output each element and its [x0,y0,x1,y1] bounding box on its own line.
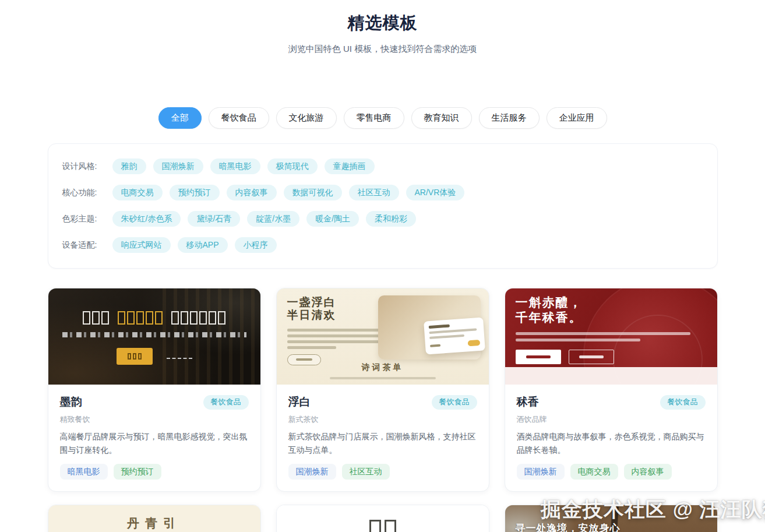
filter-row-device: 设备适配: 响应式网站 移动APP 小程序 [62,237,703,253]
preview-headline: 寻一处逸境，安放身心 [516,522,621,532]
placeholder-subline [62,332,246,337]
filter-option[interactable]: 暖金/陶土 [306,211,359,227]
placeholder-text-line [287,329,387,332]
placeholder-text-line [287,340,386,343]
preview-menu-section: 诗词茶单 [277,362,489,379]
card-description: 酒类品牌电商与故事叙事，赤色系视觉，商品购买与品牌长卷轴。 [517,430,706,456]
card-description: 高端餐厅品牌展示与预订，暗黑电影感视觉，突出氛围与订座转化。 [60,430,249,456]
template-cards-grid: 墨韵 餐饮食品 精致餐饮 高端餐厅品牌展示与预订，暗黑电影感视觉，突出氛围与订座… [48,288,718,532]
card-tags: 国潮焕新 电商交易 内容叙事 [517,464,706,480]
card-title: 浮白 [288,394,311,410]
preview-text-block: 一斛赤醴， 千年秫香。 [516,295,708,364]
card-head: 墨韵 餐饮食品 [60,394,249,410]
filter-option[interactable]: AR/VR体验 [406,185,465,200]
card-body: 墨韵 餐饮食品 精致餐饮 高端餐厅品牌展示与预订，暗黑电影感视觉，突出氛围与订座… [48,385,260,491]
filter-label: 设备适配: [62,240,112,251]
filter-option[interactable]: 内容叙事 [227,185,277,200]
filter-options: 雅韵 国潮焕新 暗黑电影 极简现代 童趣插画 [112,158,375,174]
card-subtitle: 酒饮品牌 [517,414,706,425]
tab-culture-travel[interactable]: 文化旅游 [276,107,337,129]
filter-option[interactable]: 电商交易 [112,185,163,200]
card-preview-blank [277,505,489,532]
card-preview-danqing: 丹青引 ◈ ⊡ ⊕ ✩ [48,505,260,532]
filter-option[interactable]: 黛绿/石青 [188,211,240,227]
card-tag: 内容叙事 [624,464,672,480]
card-preview-wine: 一斛赤醴， 千年秫香。 [505,288,717,385]
card-tag: 预约预订 [114,464,161,480]
card-subtitle: 新式茶饮 [288,414,477,425]
preview-outline-button [569,350,614,364]
tab-all[interactable]: 全部 [158,107,202,129]
preview-placeholder-content [48,288,260,385]
tab-retail[interactable]: 零售电商 [344,107,404,129]
card-tag: 国潮焕新 [288,464,336,480]
tab-food[interactable]: 餐饮食品 [209,107,269,129]
placeholder-buttons [516,350,708,364]
template-card-danqingyin[interactable]: 丹青引 ◈ ⊡ ⊕ ✩ [48,505,261,532]
template-card-resort[interactable]: 寻一处逸境，安放身心 [505,505,718,532]
preview-cta-button [117,348,153,365]
filter-option[interactable]: 小程序 [235,237,277,253]
filter-option[interactable]: 柔和粉彩 [366,211,416,227]
filter-row-color-theme: 色彩主题: 朱砂红/赤色系 黛绿/石青 靛蓝/水墨 暖金/陶土 柔和粉彩 [62,211,703,227]
preview-link [167,353,192,359]
filter-option[interactable]: 暗黑电影 [210,158,260,174]
filter-label: 色彩主题: [62,214,112,224]
template-card-fubai[interactable]: 一盏浮白 半日清欢 诗词茶单 [276,288,489,492]
card-title: 秫香 [517,394,539,410]
filter-row-core-features: 核心功能: 电商交易 预约预订 内容叙事 数据可视化 社区互动 AR/VR体验 [62,185,703,200]
category-badge: 餐饮食品 [203,395,249,410]
page-title: 精选模板 [0,0,765,35]
filter-options: 响应式网站 移动APP 小程序 [112,237,277,253]
card-title: 墨韵 [60,394,82,410]
card-tag: 电商交易 [570,464,618,480]
card-tags: 国潮焕新 社区互动 [288,464,477,480]
card-preview-resort: 寻一处逸境，安放身心 [505,505,717,532]
filter-option[interactable]: 移动APP [178,237,228,253]
preview-bottom-strip [505,367,717,385]
card-body: 浮白 餐饮食品 新式茶饮 新式茶饮品牌与门店展示，国潮焕新风格，支持社区互动与点… [277,385,489,491]
tab-life-services[interactable]: 生活服务 [479,107,540,129]
filter-option[interactable]: 国潮焕新 [153,158,203,174]
page-subtitle: 浏览中国特色 UI 模板，快速找到符合需求的选项 [0,44,765,55]
preview-headline: 一斛赤醴， 千年秫香。 [516,295,708,325]
card-subtitle: 精致餐饮 [60,414,249,425]
card-head: 秫香 餐饮食品 [517,394,706,410]
placeholder-text-line [287,346,336,349]
filter-row-design-style: 设计风格: 雅韵 国潮焕新 暗黑电影 极简现代 童趣插画 [62,158,703,174]
placeholder-buttons [117,348,192,365]
card-head: 浮白 餐饮食品 [288,394,477,410]
category-badge: 餐饮食品 [432,395,477,410]
filter-option[interactable]: 社区互动 [349,185,399,200]
preview-section-title: 诗词茶单 [277,362,489,373]
filter-label: 核心功能: [62,188,112,198]
tab-education[interactable]: 教育知识 [411,107,472,129]
filter-option[interactable]: 极简现代 [267,158,318,174]
category-badge: 餐饮食品 [660,395,706,410]
filter-option[interactable]: 预约预订 [170,185,220,200]
filter-option[interactable]: 响应式网站 [112,237,171,253]
card-body: 秫香 餐饮食品 酒饮品牌 酒类品牌电商与故事叙事，赤色系视觉，商品购买与品牌长卷… [505,385,717,491]
tab-enterprise[interactable]: 企业应用 [547,107,607,129]
filter-option[interactable]: 靛蓝/水墨 [247,211,299,227]
placeholder-text-line [330,377,436,379]
filter-option[interactable]: 数据可视化 [284,185,342,200]
filter-option[interactable]: 朱砂红/赤色系 [112,211,181,227]
card-description: 新式茶饮品牌与门店展示，国潮焕新风格，支持社区互动与点单。 [288,430,477,456]
placeholder-headline [83,311,225,325]
preview-cta-button [516,350,561,364]
card-preview-dark-restaurant [48,288,260,385]
template-card-shuxiang[interactable]: 一斛赤醴， 千年秫香。 秫香 餐饮食品 酒饮品牌 [505,288,718,492]
card-tag: 暗黑电影 [60,464,108,480]
template-card-moyun[interactable]: 墨韵 餐饮食品 精致餐饮 高端餐厅品牌展示与预订，暗黑电影感视觉，突出氛围与订座… [48,288,261,492]
featured-templates-page: 精选模板 浏览中国特色 UI 模板，快速找到符合需求的选项 全部 餐饮食品 文化… [0,0,765,532]
preview-headline: 丹青引 [48,515,260,531]
filter-option[interactable]: 童趣插画 [325,158,375,174]
template-card-untitled[interactable] [276,505,489,532]
card-preview-tea: 一盏浮白 半日清欢 诗词茶单 [277,288,489,385]
filter-option[interactable]: 雅韵 [112,158,146,174]
filter-options: 朱砂红/赤色系 黛绿/石青 靛蓝/水墨 暖金/陶土 柔和粉彩 [112,211,417,227]
placeholder-headline [277,520,489,532]
preview-product-card [424,318,485,355]
placeholder-text-line [516,332,690,335]
